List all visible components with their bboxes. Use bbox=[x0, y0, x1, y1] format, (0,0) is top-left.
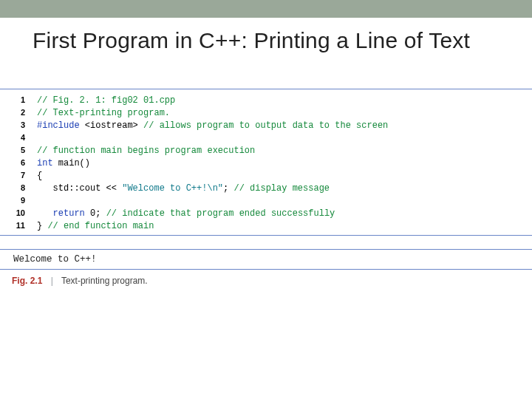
code-token: // display message bbox=[233, 183, 330, 194]
line-number: 6 bbox=[9, 157, 25, 168]
code-token: return bbox=[53, 208, 90, 219]
line-number: 7 bbox=[9, 169, 25, 181]
code-token: // indicate that program ended successfu… bbox=[106, 208, 335, 219]
code-line: 5// function main begins program executi… bbox=[9, 144, 532, 157]
code-token: // function main begins program executio… bbox=[37, 146, 255, 156]
code-token: "Welcome to C++!\n" bbox=[122, 183, 223, 194]
code-token: main() bbox=[58, 158, 90, 168]
figure-caption-text: Text-printing program. bbox=[61, 276, 148, 286]
code-line: 4 bbox=[9, 132, 532, 144]
code-token: <iostream> bbox=[85, 120, 143, 131]
code-line: 8 std::cout << "Welcome to C++!\n"; // d… bbox=[9, 182, 532, 194]
code-token bbox=[37, 208, 53, 219]
slide-title: First Program in C++: Printing a Line of… bbox=[0, 18, 532, 61]
code-token: // Fig. 2. 1: fig02 01.cpp bbox=[37, 95, 175, 106]
code-token: // end function main bbox=[47, 221, 154, 231]
line-number: 1 bbox=[9, 94, 25, 106]
line-number: 5 bbox=[9, 144, 25, 156]
figure-label: Fig. 2.1 bbox=[12, 276, 42, 286]
code-line: 7{ bbox=[9, 169, 532, 182]
program-output: Welcome to C++! bbox=[13, 254, 532, 265]
code-token: ; bbox=[223, 183, 233, 194]
code-line: 6int main() bbox=[9, 157, 532, 169]
code-line: 3#include <iostream> // allows program t… bbox=[9, 119, 532, 132]
code-line: 1// Fig. 2. 1: fig02 01.cpp bbox=[9, 94, 532, 106]
line-number: 8 bbox=[9, 182, 25, 194]
code-token: #include bbox=[37, 120, 85, 131]
code-block: 1// Fig. 2. 1: fig02 01.cpp2// Text-prin… bbox=[0, 94, 532, 232]
code-line: 10 return 0; // indicate that program en… bbox=[9, 207, 532, 219]
line-number: 11 bbox=[9, 219, 25, 231]
line-number: 2 bbox=[9, 106, 25, 118]
code-line: 2// Text-printing program. bbox=[9, 106, 532, 119]
figure-separator: | bbox=[51, 276, 53, 286]
program-output-box: Welcome to C++! bbox=[0, 249, 532, 270]
code-line: 11} // end function main bbox=[9, 219, 532, 232]
line-number: 4 bbox=[9, 132, 25, 143]
code-token: 0; bbox=[90, 208, 106, 219]
code-listing: 1// Fig. 2. 1: fig02 01.cpp2// Text-prin… bbox=[0, 89, 532, 236]
line-number: 9 bbox=[9, 194, 25, 206]
code-token: // Text-printing program. bbox=[37, 108, 170, 118]
code-token: { bbox=[37, 171, 42, 181]
code-line: 9 bbox=[9, 194, 532, 207]
code-token: } bbox=[37, 221, 47, 231]
line-number: 10 bbox=[9, 207, 25, 219]
slide-top-bar bbox=[0, 0, 532, 18]
code-token: // allows program to output data to the … bbox=[143, 120, 388, 131]
code-token: int bbox=[37, 158, 58, 168]
code-token: std::cout << bbox=[37, 183, 122, 194]
figure-caption: Fig. 2.1 | Text-printing program. bbox=[0, 276, 532, 286]
line-number: 3 bbox=[9, 119, 25, 131]
